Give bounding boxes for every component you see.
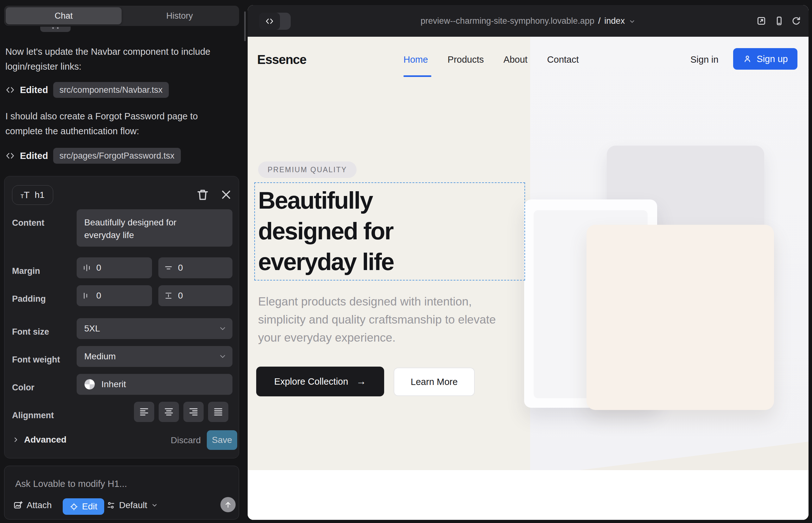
edited-file-row: Edited src/pages/ForgotPassword.tsx: [5, 147, 181, 164]
dot: [57, 27, 58, 29]
file-badge[interactable]: src/components/Navbar.tsx: [53, 82, 169, 98]
refresh-icon: [791, 16, 801, 26]
tab-history[interactable]: History: [122, 7, 237, 24]
arrow-up-icon: [224, 500, 232, 509]
chat-message: I should also create a Forgot Password p…: [5, 109, 236, 139]
scrolled-message-badge-partial: [40, 26, 71, 32]
font-weight-label: Font weight: [12, 355, 60, 365]
explore-collection-button[interactable]: Explore Collection →: [256, 366, 384, 396]
padding-vertical-icon: [164, 291, 173, 300]
padding-horizontal-input[interactable]: 0: [77, 285, 152, 306]
mobile-view-button[interactable]: [774, 16, 784, 26]
align-center-icon: [163, 407, 174, 417]
user-icon: [743, 54, 752, 64]
content-input[interactable]: Beautifully designed for everyday life: [77, 209, 232, 247]
chevron-right-icon: [12, 436, 20, 444]
chat-composer: Ask Lovable to modify H1... Attach Edit …: [4, 466, 239, 520]
align-justify-button[interactable]: [208, 402, 228, 422]
url-bar[interactable]: preview--charming-site-symphony.lovable.…: [248, 5, 809, 37]
sign-in-link[interactable]: Sign in: [690, 54, 719, 65]
chevron-down-icon: [218, 325, 227, 333]
edit-mode-button[interactable]: Edit: [63, 498, 104, 515]
chevron-down-icon: [218, 353, 227, 361]
sliders-icon: [106, 501, 115, 510]
chat-message: Now let's update the Navbar component to…: [5, 44, 236, 74]
mobile-icon: [774, 16, 784, 26]
align-justify-icon: [213, 407, 224, 417]
color-label: Color: [12, 383, 35, 393]
margin-horizontal-input[interactable]: 0: [77, 257, 152, 278]
nav-link-contact[interactable]: Contact: [547, 54, 579, 65]
font-size-label: Font size: [12, 327, 49, 337]
advanced-toggle[interactable]: Advanced: [12, 435, 67, 445]
composer-input[interactable]: Ask Lovable to modify H1...: [15, 479, 127, 489]
alignment-label: Alignment: [12, 411, 54, 420]
sign-up-button[interactable]: Sign up: [733, 48, 797, 70]
edited-label: Edited: [20, 151, 48, 161]
dot: [52, 27, 54, 29]
chat-history-tabs: Chat History: [4, 6, 239, 26]
font-size-select[interactable]: 5XL: [77, 318, 232, 339]
url-path: index: [604, 16, 625, 26]
padding-horizontal-icon: [82, 291, 91, 300]
selected-element-pill[interactable]: тT h1: [12, 185, 53, 205]
element-editor-panel: тT h1 Content Beautifully designed for e…: [4, 176, 239, 458]
file-badge[interactable]: src/pages/ForgotPassword.tsx: [53, 148, 181, 164]
chat-panel: Chat History Now let's update the Navbar…: [0, 0, 247, 523]
nav-link-about[interactable]: About: [504, 54, 528, 65]
target-icon: [70, 502, 78, 511]
lovable-workspace: Chat History Now let's update the Navbar…: [0, 0, 812, 523]
margin-horizontal-icon: [82, 264, 91, 272]
margin-vertical-icon: [164, 264, 173, 272]
chat-mode-select[interactable]: Default: [106, 500, 158, 510]
premium-quality-badge: PREMIUM QUALITY: [258, 161, 357, 178]
active-nav-underline: [404, 75, 431, 77]
attach-button[interactable]: Attach: [13, 500, 52, 510]
align-left-button[interactable]: [134, 402, 154, 422]
code-icon: [5, 85, 15, 95]
margin-label: Margin: [12, 266, 40, 276]
browser-chrome: preview--charming-site-symphony.lovable.…: [248, 5, 809, 37]
align-right-button[interactable]: [183, 402, 204, 422]
arrow-right-icon: →: [356, 376, 366, 387]
content-label: Content: [12, 218, 44, 228]
element-tag: h1: [35, 190, 44, 200]
margin-vertical-input[interactable]: 0: [158, 257, 232, 278]
chevron-down-icon: [151, 502, 158, 509]
tab-chat[interactable]: Chat: [6, 7, 122, 24]
hero-paragraph: Elegant products designed with intention…: [258, 292, 504, 347]
refresh-button[interactable]: [791, 16, 801, 26]
attach-image-icon: [13, 501, 23, 510]
learn-more-button[interactable]: Learn More: [394, 367, 475, 396]
align-left-icon: [139, 407, 149, 417]
delete-element-button[interactable]: [196, 188, 210, 202]
typography-icon: тT: [21, 190, 30, 200]
align-right-icon: [188, 407, 199, 417]
nav-link-home[interactable]: Home: [404, 54, 428, 65]
align-center-button[interactable]: [159, 402, 179, 422]
site-preview: Essence Home Products About Contact Sign…: [248, 37, 809, 520]
send-button[interactable]: [220, 497, 236, 512]
url-separator: /: [598, 16, 601, 26]
nav-link-products[interactable]: Products: [447, 54, 483, 65]
decor-card-beige: [586, 225, 774, 410]
url-host: preview--charming-site-symphony.lovable.…: [421, 16, 595, 26]
padding-vertical-input[interactable]: 0: [158, 285, 232, 306]
font-weight-select[interactable]: Medium: [77, 346, 232, 367]
chat-scrollbar-thumb[interactable]: [244, 12, 246, 41]
padding-label: Padding: [12, 294, 46, 304]
discard-button[interactable]: Discard: [160, 435, 201, 446]
hero-heading[interactable]: Beautifully designed for everyday life: [258, 185, 394, 277]
open-in-new-tab-button[interactable]: [756, 16, 767, 26]
external-link-icon: [756, 16, 767, 26]
edited-label: Edited: [20, 85, 48, 95]
color-swatch: [84, 379, 95, 390]
save-button[interactable]: Save: [207, 430, 237, 450]
code-icon: [5, 151, 15, 161]
close-editor-button[interactable]: [219, 188, 233, 202]
chevron-down-icon: [629, 18, 636, 25]
preview-window: preview--charming-site-symphony.lovable.…: [248, 5, 809, 520]
color-select[interactable]: Inherit: [77, 374, 232, 395]
site-logo[interactable]: Essence: [257, 53, 306, 67]
edited-file-row: Edited src/components/Navbar.tsx: [5, 82, 169, 98]
